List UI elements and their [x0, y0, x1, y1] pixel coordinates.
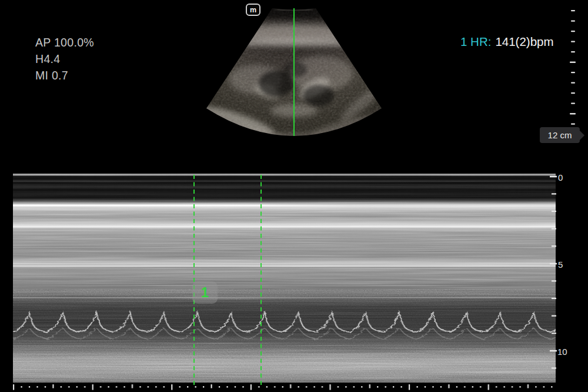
mmode-strip — [13, 174, 556, 383]
depth-badge-pointer-icon — [579, 130, 584, 141]
param-acoustic-power: AP 100.0% — [35, 34, 94, 51]
depth-badge-label: 12 cm — [548, 130, 572, 140]
ultrasound-screen: AP 100.0% H4.4 MI 0.7 m 1 HR:141(2)bpm — [0, 0, 588, 392]
bright-line-3 — [13, 265, 556, 267]
bright-line-4 — [13, 297, 556, 298]
mmode-depth-label-0: 0 — [558, 172, 563, 182]
mmode-depth-label-10: 10 — [557, 347, 567, 357]
mmode-depth-label-5: 5 — [558, 260, 563, 270]
bright-line-1 — [13, 205, 556, 207]
bmode-image[interactable] — [194, 0, 394, 148]
caliper-1-handle[interactable]: 1 — [192, 281, 218, 304]
caliper-1-label: 1 — [201, 285, 209, 301]
mmode-trace[interactable]: 0 5 10 — [0, 168, 588, 392]
acquisition-params: AP 100.0% H4.4 MI 0.7 — [35, 34, 94, 84]
mmode-time-ruler — [13, 384, 556, 391]
bright-line-2 — [13, 226, 556, 228]
param-mechanical-index: MI 0.7 — [35, 67, 94, 84]
hr-label: 1 HR: — [460, 35, 491, 48]
heartbeat-trace — [13, 301, 556, 346]
hr-value: 141(2)bpm — [495, 35, 553, 48]
param-harmonics: H4.4 — [35, 51, 94, 67]
bmode-depth-ruler — [564, 5, 588, 140]
depth-badge: 12 cm — [540, 127, 580, 143]
heart-rate-readout: 1 HR:141(2)bpm — [460, 35, 554, 49]
